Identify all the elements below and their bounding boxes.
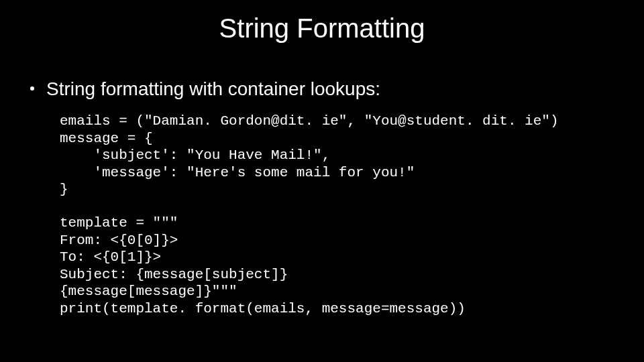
slide: String Formatting String formatting with… [0,0,644,362]
code-block-1: emails = ("Damian. Gordon@dit. ie", "You… [60,113,614,198]
bullet-icon [30,86,34,90]
slide-body: String formatting with container lookups… [30,77,614,318]
bullet-text: String formatting with container lookups… [46,77,614,101]
code-block-2: template = """ From: <{0[0]}> To: <{0[1]… [60,215,614,318]
slide-title: String Formatting [0,13,644,44]
bullet-item: String formatting with container lookups… [30,77,614,101]
